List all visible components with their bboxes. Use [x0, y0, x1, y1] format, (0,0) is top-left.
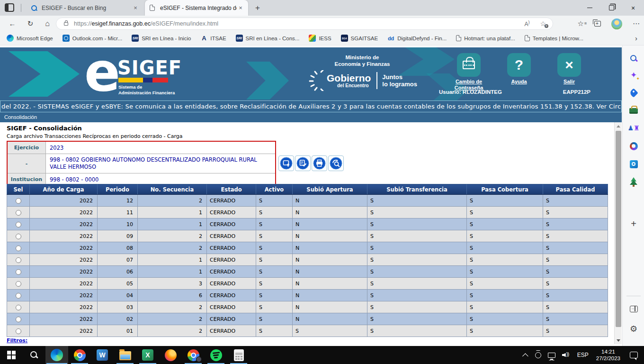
row-select-radio[interactable] [16, 328, 21, 334]
restore-button[interactable] [600, 0, 622, 16]
bookmarks-overflow-chevron-icon[interactable]: › [635, 34, 637, 42]
minimize-button[interactable] [579, 0, 600, 16]
row-select-radio[interactable] [16, 234, 21, 239]
scrollbar-thumb[interactable] [616, 131, 621, 327]
row-select-radio[interactable] [16, 246, 21, 251]
taskbar-calculator-icon[interactable] [227, 346, 250, 364]
dd-icon: dd [387, 35, 394, 42]
table-row[interactable]: 2022 11 1 CERRADO S N S S S [7, 207, 608, 218]
add-favorite-icon[interactable]: ☆ [540, 20, 546, 27]
sidebar-settings-gear-icon[interactable]: ⚙ [627, 322, 640, 336]
sidebar-add-icon[interactable]: + [627, 217, 640, 230]
esigef-logo-name: SIGEF [117, 57, 182, 79]
taskbar-excel-icon[interactable]: X [136, 346, 159, 364]
table-row[interactable]: 2022 07 1 CERRADO S N S S S [7, 254, 608, 266]
workspaces-icon[interactable] [5, 3, 14, 12]
row-select-radio[interactable] [16, 198, 21, 204]
sidebar-tools-icon[interactable] [627, 104, 640, 118]
table-row[interactable]: 2022 02 2 CERRADO S N S S S [7, 313, 608, 325]
row-select-radio[interactable] [16, 269, 21, 275]
taskbar-chrome-profile-icon[interactable] [182, 346, 205, 364]
sidebar-games-icon[interactable]: ♟♜ [627, 121, 640, 135]
bookmark-sgaitsae[interactable]: SGASGAITSAE [341, 35, 378, 42]
sidebar-outlook-icon[interactable] [627, 157, 640, 171]
tray-clock[interactable]: 14:21 27/2/2023 [592, 348, 625, 362]
bookmark-sri-inicio[interactable]: SRISRI en Línea - Inicio [132, 35, 191, 42]
table-row[interactable]: 2022 06 1 CERRADO S N S S S [7, 266, 608, 278]
row-select-radio[interactable] [16, 317, 21, 322]
scroll-up-icon[interactable] [615, 122, 622, 130]
close-button[interactable]: × [622, 0, 644, 16]
select-cell [7, 195, 30, 207]
tray-hidden-icons-caret[interactable] [521, 346, 532, 364]
validate-button[interactable] [295, 155, 311, 171]
tab-close-icon[interactable]: × [237, 4, 244, 12]
back-icon[interactable]: ← [7, 18, 18, 29]
table-row[interactable]: 2022 05 3 CERRADO S N S S S [7, 278, 608, 290]
taskbar-search-icon[interactable] [23, 346, 45, 364]
bookmark-hotmart[interactable]: Hotmart: una plataf... [456, 35, 515, 41]
bookmark-iess[interactable]: IESS [309, 35, 331, 42]
bookmark-itsae[interactable]: AITSAE [200, 35, 226, 42]
row-select-radio[interactable] [16, 210, 21, 216]
sidebar-shopping-icon[interactable] [627, 86, 640, 100]
sidebar-search-icon[interactable] [627, 52, 640, 65]
home-icon[interactable]: ⌂ [42, 18, 53, 29]
bookmark-templates[interactable]: Templates | Microw... [525, 35, 583, 41]
table-row[interactable]: 2022 10 1 CERRADO S N S S S [7, 218, 608, 230]
refresh-icon[interactable]: ↻ [25, 18, 36, 29]
cell-cobertura: S [467, 290, 543, 301]
tab-bing-search[interactable]: ESIGEF - Buscar en Bing × [27, 0, 143, 16]
taskbar-spotify-icon[interactable] [205, 346, 227, 364]
taskbar-firefox-icon[interactable] [159, 346, 182, 364]
tab-esigef[interactable]: eSIGEF - Sistema Integrado de Ge × [145, 0, 248, 16]
taskbar-chrome-icon[interactable] [68, 346, 91, 364]
tray-network-icon[interactable] [545, 346, 559, 364]
upload-button[interactable] [278, 155, 294, 171]
logout-button[interactable]: × Salir [551, 53, 588, 91]
address-bar[interactable]: https://esigef.finanzas.gob.ec/eSIGEF/me… [56, 18, 553, 30]
start-button[interactable] [0, 346, 23, 364]
new-tab-button[interactable]: + [253, 3, 262, 13]
tab-close-icon[interactable]: × [132, 4, 139, 12]
table-row[interactable]: 2022 08 2 CERRADO S N S S S [7, 242, 608, 254]
cell-transferencia: S [367, 254, 467, 266]
search-refresh-button[interactable] [328, 155, 344, 171]
table-row[interactable]: 2022 01 2 CERRADO S S S S S [7, 325, 608, 337]
scroll-down-icon[interactable] [615, 337, 622, 344]
sidebar-toggle-icon[interactable] [627, 302, 640, 316]
taskbar-edge-icon[interactable] [45, 346, 68, 364]
row-select-radio[interactable] [16, 281, 21, 287]
change-password-button[interactable]: Cambio de Contraseña [450, 53, 487, 91]
tray-camera-icon[interactable] [532, 346, 545, 364]
table-row[interactable]: 2022 04 6 CERRADO S N S S S [7, 290, 608, 301]
collections-icon[interactable] [594, 21, 601, 27]
sidebar-copilot-icon[interactable]: ✦ [627, 68, 640, 82]
sidebar-office-icon[interactable] [627, 139, 640, 153]
row-select-radio[interactable] [16, 293, 21, 299]
profile-avatar[interactable] [611, 18, 622, 29]
content-scrollbar[interactable] [614, 122, 622, 344]
filters-link[interactable]: Filtros: [7, 337, 27, 344]
bookmark-outlook[interactable]: Outlook.com - Micr... [63, 35, 122, 42]
bookmark-edge[interactable]: Microsoft Edge [7, 35, 53, 42]
taskbar-explorer-icon[interactable] [114, 346, 136, 364]
bookmark-sri-consultas[interactable]: SRISRI en Línea - Cons... [236, 35, 300, 42]
settings-menu-icon[interactable]: ⋯ [633, 19, 640, 28]
taskbar-word-icon[interactable]: W [91, 346, 114, 364]
table-row[interactable]: 2022 12 2 CERRADO S N S S S [7, 195, 608, 207]
tray-notification-icon[interactable] [625, 346, 641, 364]
help-button[interactable]: ? Ayuda [501, 53, 537, 91]
row-select-radio[interactable] [16, 222, 21, 228]
row-select-radio[interactable] [16, 305, 21, 310]
tray-language[interactable]: ESP [574, 346, 592, 364]
row-select-radio[interactable] [16, 257, 21, 263]
read-aloud-icon[interactable]: A [524, 20, 529, 27]
tray-volume-icon[interactable] [559, 346, 574, 364]
table-row[interactable]: 2022 03 2 CERRADO S N S S S [7, 301, 608, 313]
sidebar-tree-icon[interactable] [627, 175, 640, 189]
print-button[interactable] [312, 155, 327, 171]
bookmark-digitaldefynd[interactable]: ddDigitalDefynd - Fin... [387, 35, 447, 42]
favorites-hub-icon[interactable]: ☆ [578, 19, 584, 28]
table-row[interactable]: 2022 09 2 CERRADO S N S S S [7, 230, 608, 242]
